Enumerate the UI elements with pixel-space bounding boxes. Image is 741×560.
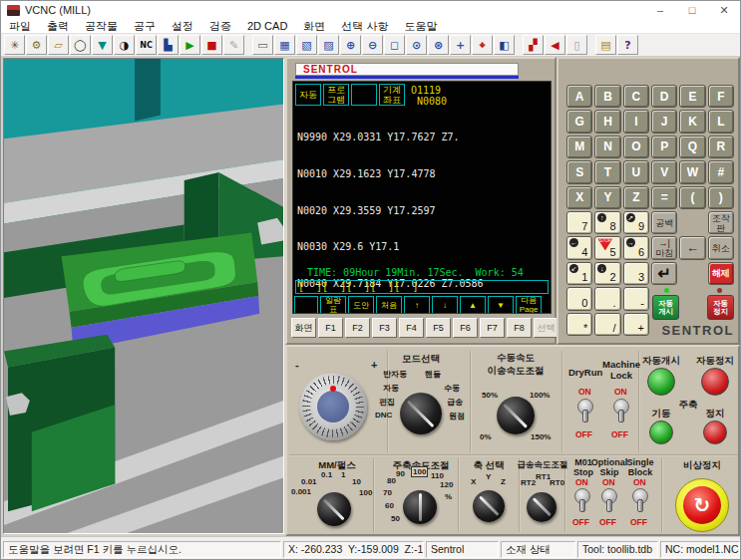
- softkey-up-arrow[interactable]: ↑: [404, 296, 430, 314]
- key-3[interactable]: 3: [623, 262, 649, 285]
- softkey-blank[interactable]: [294, 296, 318, 314]
- cancel-key[interactable]: 취소: [708, 236, 734, 259]
- softkey-pattern[interactable]: 도안: [348, 296, 374, 314]
- f7-button[interactable]: F7: [480, 318, 505, 338]
- f2-button[interactable]: F2: [345, 318, 370, 338]
- key-z[interactable]: Z: [623, 186, 649, 209]
- key-t[interactable]: T: [594, 160, 620, 183]
- menu-settings[interactable]: 설정: [164, 19, 201, 34]
- key-s[interactable]: S: [566, 160, 592, 183]
- viewport-3d[interactable]: [3, 58, 284, 534]
- zoom-out-icon[interactable]: ⊖: [362, 35, 383, 55]
- menu-tool[interactable]: 공구: [126, 19, 164, 34]
- zoom-window-icon[interactable]: ◻: [384, 35, 405, 55]
- key-i[interactable]: I: [623, 110, 649, 133]
- softkey-page-down[interactable]: ▼: [488, 296, 514, 314]
- key-k[interactable]: K: [679, 110, 705, 133]
- view-iso-icon[interactable]: ▦: [274, 35, 295, 55]
- cycle-start-key[interactable]: 자동 개시: [652, 295, 679, 320]
- menu-2dcad[interactable]: 2D CAD: [239, 19, 295, 34]
- machine-sim-icon[interactable]: ▞: [523, 35, 544, 55]
- menu-options[interactable]: 선택 사항: [333, 19, 396, 34]
- key-5[interactable]: STOP5: [594, 236, 620, 259]
- key-u[interactable]: U: [623, 160, 649, 183]
- key-2[interactable]: ↓2: [594, 262, 620, 285]
- key-paren-close[interactable]: ): [708, 186, 734, 209]
- key-hash[interactable]: #: [708, 160, 734, 183]
- key-plus[interactable]: +: [623, 313, 649, 336]
- key-e[interactable]: E: [679, 85, 705, 108]
- key-h[interactable]: H: [594, 110, 620, 133]
- softkey-down-arrow[interactable]: ↓: [432, 296, 458, 314]
- menu-workpiece[interactable]: 공작물: [77, 19, 126, 34]
- key-p[interactable]: P: [651, 136, 677, 158]
- tool-funnel-icon[interactable]: ▼: [92, 35, 113, 55]
- nc-editor-icon[interactable]: NC: [136, 35, 157, 55]
- maximize-button[interactable]: □: [676, 1, 708, 19]
- machine-view-icon[interactable]: ▙: [158, 35, 179, 55]
- zoom-previous-icon[interactable]: ⊙: [406, 35, 427, 55]
- minimize-button[interactable]: –: [644, 1, 676, 19]
- select-button[interactable]: 선택: [534, 318, 558, 338]
- view-front-icon[interactable]: ▧: [296, 35, 317, 55]
- single-block-toggle[interactable]: [630, 486, 650, 516]
- key-w[interactable]: W: [679, 160, 705, 183]
- f6-button[interactable]: F6: [453, 318, 478, 338]
- view-side-icon[interactable]: ▨: [318, 35, 339, 55]
- zoom-in-icon[interactable]: ⊕: [340, 35, 361, 55]
- cycle-stop-button[interactable]: [701, 368, 729, 396]
- key-n[interactable]: N: [594, 136, 620, 158]
- stock-icon[interactable]: ◯: [70, 35, 91, 55]
- mm-pulse-knob[interactable]: [317, 492, 351, 526]
- display-split-icon[interactable]: ◧: [494, 35, 515, 55]
- dryrun-toggle[interactable]: [575, 397, 595, 426]
- spindle-start-button[interactable]: [649, 420, 673, 444]
- end-key[interactable]: →| 마침: [651, 236, 677, 259]
- f4-button[interactable]: F4: [399, 318, 424, 338]
- menu-file[interactable]: 파일: [1, 19, 39, 34]
- key-g[interactable]: G: [566, 110, 592, 133]
- material-icon[interactable]: ◑: [114, 35, 135, 55]
- key-7[interactable]: 7: [566, 211, 592, 234]
- key-1[interactable]: ↙1: [566, 262, 592, 285]
- release-key[interactable]: 해제: [708, 262, 734, 285]
- library-icon[interactable]: ▤: [595, 35, 616, 55]
- key-r[interactable]: R: [708, 136, 734, 158]
- key-9[interactable]: ↗9: [623, 211, 649, 234]
- key-0[interactable]: 0: [566, 287, 592, 310]
- menu-help[interactable]: 도움말: [396, 19, 445, 34]
- backspace-key[interactable]: ←: [679, 236, 705, 259]
- zoom-extents-icon[interactable]: ⊛: [428, 35, 449, 55]
- run-icon[interactable]: ▶: [180, 35, 200, 55]
- stop-icon[interactable]: ■: [201, 35, 222, 55]
- key-dot[interactable]: .: [594, 287, 620, 310]
- f3-button[interactable]: F3: [372, 318, 397, 338]
- key-4[interactable]: ←4: [566, 236, 592, 259]
- key-o[interactable]: O: [623, 136, 649, 158]
- menu-verify[interactable]: 검증: [201, 19, 239, 34]
- key-b[interactable]: B: [594, 85, 620, 108]
- m01-stop-toggle[interactable]: [572, 486, 592, 516]
- optional-skip-toggle[interactable]: [599, 486, 619, 516]
- open-folder-icon[interactable]: ▱: [48, 35, 69, 55]
- softkey-list[interactable]: 일람 표: [320, 296, 346, 314]
- key-c[interactable]: C: [623, 85, 649, 108]
- key-a[interactable]: A: [566, 85, 592, 108]
- key-minus[interactable]: -: [623, 287, 649, 310]
- emergency-stop-button[interactable]: ↻: [675, 478, 729, 532]
- axis-select-knob[interactable]: [473, 490, 505, 522]
- report-icon[interactable]: ▯: [566, 35, 587, 55]
- trace-icon[interactable]: ✎: [223, 35, 244, 55]
- key-m[interactable]: M: [566, 136, 592, 158]
- key-l[interactable]: L: [708, 110, 734, 133]
- alarm-icon[interactable]: ◀: [545, 35, 565, 55]
- key-y[interactable]: Y: [594, 186, 620, 209]
- key-f[interactable]: F: [708, 85, 734, 108]
- pan-icon[interactable]: +: [450, 35, 471, 55]
- f1-button[interactable]: F1: [318, 318, 343, 338]
- cycle-start-button[interactable]: [647, 368, 675, 396]
- key-q[interactable]: Q: [679, 136, 705, 158]
- key-slash[interactable]: /: [594, 313, 620, 336]
- f5-button[interactable]: F5: [426, 318, 451, 338]
- help-book-icon[interactable]: ?: [617, 35, 638, 55]
